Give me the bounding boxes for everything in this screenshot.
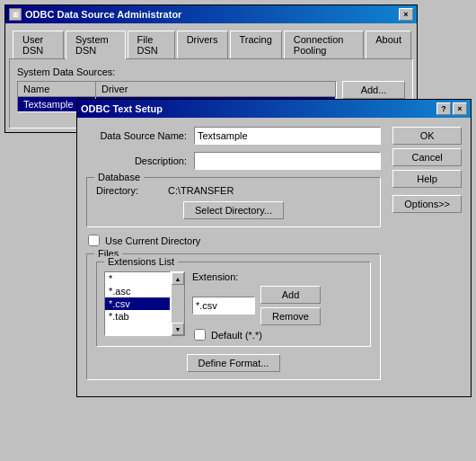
- tab-about[interactable]: About: [366, 31, 411, 58]
- extension-label: Extension:: [192, 271, 238, 282]
- ok-button[interactable]: OK: [392, 127, 462, 145]
- tab-tracing[interactable]: Tracing: [230, 31, 282, 58]
- tab-connection-pooling[interactable]: Connection Pooling: [284, 31, 364, 58]
- use-current-dir-label: Use Current Directory: [105, 235, 200, 246]
- define-format-row: Define Format...: [96, 354, 371, 372]
- data-source-name-input[interactable]: [194, 127, 381, 145]
- close-button[interactable]: ×: [399, 8, 413, 21]
- select-directory-button[interactable]: Select Directory...: [183, 201, 284, 219]
- app-icon: ⊞: [9, 8, 22, 21]
- database-group: Database Directory: C:\TRANSFER Select D…: [86, 177, 381, 227]
- default-checkbox[interactable]: [194, 329, 206, 341]
- tab-user-dsn[interactable]: User DSN: [13, 31, 64, 58]
- list-item-selected[interactable]: *.csv: [105, 297, 170, 310]
- ext-input-row: Add Remove: [192, 286, 363, 325]
- define-format-button[interactable]: Define Format...: [187, 354, 281, 372]
- add-button[interactable]: Add...: [342, 81, 405, 99]
- scroll-down-button[interactable]: ▼: [172, 323, 184, 335]
- tab-file-dsn[interactable]: File DSN: [128, 31, 175, 58]
- scroll-up-button[interactable]: ▲: [172, 272, 184, 285]
- main-title-bar: ⊞ ODBC Data Source Administrator ×: [5, 5, 417, 23]
- title-bar-buttons: ×: [399, 8, 413, 21]
- ext-field-row: Extension:: [192, 271, 363, 282]
- dialog-title-bar-buttons: ? ×: [436, 102, 467, 115]
- dialog-close-btn[interactable]: ×: [453, 102, 467, 115]
- dialog-main: Data Source Name: Description: Database …: [86, 127, 381, 380]
- list-item[interactable]: *: [105, 272, 170, 285]
- database-group-title: Database: [94, 172, 144, 182]
- tab-bar: User DSN System DSN File DSN Drivers Tra…: [9, 27, 413, 58]
- dialog-window-title: ODBC Text Setup: [81, 103, 163, 114]
- dialog-window: ODBC Text Setup ? × OK Cancel Help Optio…: [76, 99, 472, 397]
- extensions-list-title: Extensions List: [104, 256, 178, 267]
- ext-buttons: Add Remove: [260, 286, 321, 325]
- dialog-title-bar: ODBC Text Setup ? ×: [77, 100, 471, 118]
- list-item[interactable]: *.asc: [105, 285, 170, 297]
- main-title-text: ⊞ ODBC Data Source Administrator: [9, 8, 181, 21]
- directory-row: Directory: C:\TRANSFER: [96, 185, 371, 196]
- files-group: Files Extensions List * *.asc *.csv *.ta…: [86, 253, 381, 380]
- system-data-sources-label: System Data Sources:: [17, 66, 405, 77]
- list-item[interactable]: *.tab: [105, 310, 170, 323]
- directory-value: C:\TRANSFER: [168, 185, 234, 196]
- main-window-title: ODBC Data Source Administrator: [25, 9, 181, 20]
- default-label: Default (*.*): [211, 330, 262, 341]
- description-label: Description:: [86, 155, 194, 166]
- extensions-list-group: Extensions List * *.asc *.csv *.tab ▲: [96, 262, 371, 347]
- data-source-name-row: Data Source Name:: [86, 127, 381, 145]
- listbox-container: * *.asc *.csv *.tab ▲ ▼: [104, 271, 185, 336]
- use-current-dir-checkbox[interactable]: [88, 235, 100, 246]
- dialog-help-btn[interactable]: ?: [436, 102, 451, 115]
- options-button[interactable]: Options>>: [392, 195, 462, 213]
- ext-inner: * *.asc *.csv *.tab ▲ ▼: [104, 271, 363, 341]
- col-driver: Driver: [96, 82, 336, 97]
- scroll-thumb: [172, 285, 184, 323]
- col-name: Name: [18, 82, 96, 97]
- extension-input[interactable]: [192, 297, 255, 315]
- default-checkbox-row: Default (*.*): [192, 329, 363, 341]
- data-source-name-label: Data Source Name:: [86, 130, 194, 141]
- remove-extension-button[interactable]: Remove: [260, 307, 321, 325]
- dialog-content: OK Cancel Help Options>> Data Source Nam…: [77, 118, 471, 396]
- help-button[interactable]: Help: [392, 170, 462, 188]
- ext-right: Extension: Add Remove: [192, 271, 363, 341]
- use-current-dir-row: Use Current Directory: [86, 235, 381, 246]
- listbox[interactable]: * *.asc *.csv *.tab: [104, 271, 171, 336]
- listbox-scrollbar: ▲ ▼: [171, 271, 185, 336]
- directory-label: Directory:: [96, 185, 168, 196]
- description-input[interactable]: [194, 152, 381, 170]
- tab-system-dsn[interactable]: System DSN: [66, 31, 126, 59]
- dialog-title-text: ODBC Text Setup: [81, 103, 163, 114]
- cancel-button[interactable]: Cancel: [392, 148, 462, 166]
- tab-drivers[interactable]: Drivers: [177, 31, 228, 58]
- add-extension-button[interactable]: Add: [260, 286, 321, 304]
- dialog-side-buttons: OK Cancel Help Options>>: [392, 127, 462, 213]
- description-row: Description:: [86, 152, 381, 170]
